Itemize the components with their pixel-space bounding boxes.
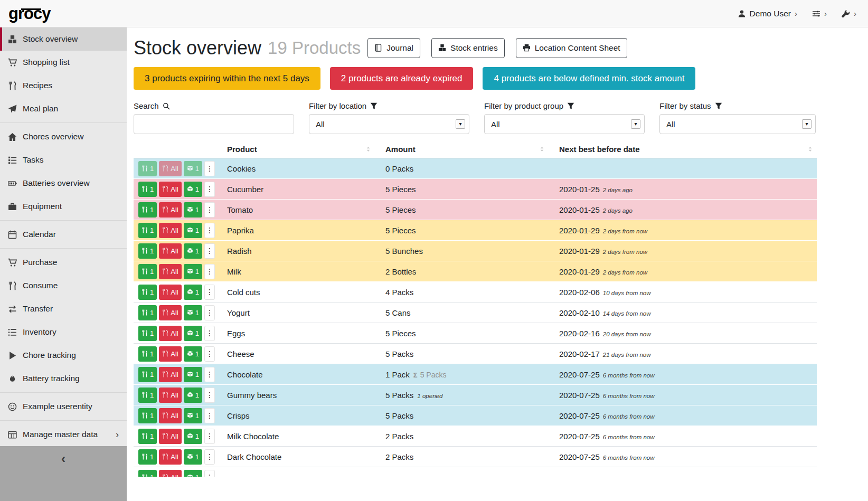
open-one-button[interactable]: 1: [184, 367, 202, 382]
open-one-button[interactable]: 1: [184, 182, 202, 197]
consume-one-button[interactable]: 1: [138, 326, 157, 341]
sidebar-item-stock-overview[interactable]: Stock overview: [0, 27, 127, 51]
consume-all-button[interactable]: All: [159, 305, 181, 320]
consume-all-button[interactable]: All: [159, 408, 181, 423]
sidebar-item-equipment[interactable]: Equipment: [0, 195, 127, 218]
row-menu-button[interactable]: ⋮: [204, 346, 215, 362]
sidebar-item-example-userentity[interactable]: Example userentity: [0, 395, 127, 418]
consume-all-button[interactable]: All: [159, 470, 181, 477]
sidebar-item-shopping-list[interactable]: Shopping list: [0, 51, 127, 74]
consume-one-button[interactable]: 1: [138, 264, 157, 279]
product-group-select[interactable]: All ▾: [484, 114, 645, 134]
consume-all-button[interactable]: All: [159, 367, 181, 382]
consume-all-button[interactable]: All: [159, 429, 181, 444]
banner-expiring-soon[interactable]: 3 products expiring within the next 5 da…: [134, 67, 320, 90]
row-menu-button[interactable]: ⋮: [204, 305, 215, 320]
ui-settings-menu[interactable]: ›: [812, 10, 827, 18]
open-one-button[interactable]: 1: [184, 326, 202, 341]
search-input[interactable]: [134, 114, 294, 134]
journal-button[interactable]: Journal: [367, 38, 420, 58]
open-one-button[interactable]: 1: [184, 305, 202, 320]
date-note: 6 months from now: [603, 455, 655, 461]
consume-all-button[interactable]: All: [159, 202, 181, 218]
sidebar-item-meal-plan[interactable]: Meal plan: [0, 97, 127, 120]
open-one-button[interactable]: 1: [184, 387, 202, 403]
app-logo[interactable]: grocy: [8, 4, 50, 23]
sidebar-item-consume[interactable]: Consume: [0, 274, 127, 297]
column-next-best-before-date[interactable]: Next best before date: [559, 145, 817, 154]
banner-expired[interactable]: 2 products are already expired: [330, 67, 474, 90]
row-menu-button[interactable]: ⋮: [204, 326, 215, 341]
sidebar-item-recipes[interactable]: Recipes: [0, 74, 127, 97]
row-menu-button[interactable]: ⋮: [204, 449, 215, 465]
user-menu[interactable]: Demo User ›: [738, 9, 797, 18]
consume-one-button[interactable]: 1: [138, 161, 157, 176]
consume-all-button[interactable]: All: [159, 223, 181, 238]
sidebar-item-transfer[interactable]: Transfer: [0, 297, 127, 320]
consume-one-button[interactable]: 1: [138, 408, 157, 423]
row-menu-button[interactable]: ⋮: [204, 182, 215, 197]
column-amount[interactable]: Amount: [385, 145, 559, 154]
open-one-button[interactable]: 1: [184, 243, 202, 259]
consume-all-button[interactable]: All: [159, 243, 181, 259]
row-menu-button[interactable]: ⋮: [204, 243, 215, 259]
column-product[interactable]: Product: [227, 145, 385, 154]
consume-one-button[interactable]: 1: [138, 449, 157, 465]
row-menu-button[interactable]: ⋮: [204, 161, 215, 176]
consume-all-button[interactable]: All: [159, 326, 181, 341]
open-one-button[interactable]: 1: [184, 449, 202, 465]
sidebar-item-chores-overview[interactable]: Chores overview: [0, 125, 127, 148]
consume-one-button[interactable]: 1: [138, 429, 157, 444]
row-menu-button[interactable]: ⋮: [204, 429, 215, 444]
status-select[interactable]: All ▾: [659, 114, 816, 134]
consume-one-button[interactable]: 1: [138, 243, 157, 259]
row-menu-button[interactable]: ⋮: [204, 285, 215, 300]
open-one-button[interactable]: 1: [184, 429, 202, 444]
location-content-sheet-button[interactable]: Location Content Sheet: [516, 38, 627, 58]
sidebar-item-batteries-overview[interactable]: Batteries overview: [0, 172, 127, 195]
row-menu-button[interactable]: ⋮: [204, 367, 215, 382]
row-menu-button[interactable]: ⋮: [204, 202, 215, 218]
consume-one-button[interactable]: 1: [138, 182, 157, 197]
consume-one-button[interactable]: 1: [138, 285, 157, 300]
row-menu-button[interactable]: ⋮: [204, 408, 215, 423]
sidebar-item-purchase[interactable]: Purchase: [0, 251, 127, 274]
consume-all-button[interactable]: All: [159, 387, 181, 403]
sidebar-collapse-button[interactable]: ‹: [0, 446, 127, 501]
consume-one-button[interactable]: 1: [138, 367, 157, 382]
consume-all-button[interactable]: All: [159, 449, 181, 465]
consume-one-button[interactable]: 1: [138, 305, 157, 320]
row-menu-button[interactable]: ⋮: [204, 223, 215, 238]
consume-one-button[interactable]: 1: [138, 387, 157, 403]
sidebar-item-chore-tracking[interactable]: Chore tracking: [0, 344, 127, 367]
open-one-button[interactable]: 1: [184, 470, 202, 477]
consume-one-button[interactable]: 1: [138, 202, 157, 218]
sidebar-item-inventory[interactable]: Inventory: [0, 320, 127, 344]
open-one-button[interactable]: 1: [184, 202, 202, 218]
consume-all-button[interactable]: All: [159, 285, 181, 300]
sidebar-item-tasks[interactable]: Tasks: [0, 148, 127, 172]
open-one-button[interactable]: 1: [184, 161, 202, 176]
open-one-button[interactable]: 1: [184, 346, 202, 362]
consume-all-button[interactable]: All: [159, 161, 181, 176]
open-one-button[interactable]: 1: [184, 285, 202, 300]
consume-one-button[interactable]: 1: [138, 346, 157, 362]
consume-all-button[interactable]: All: [159, 264, 181, 279]
consume-all-button[interactable]: All: [159, 182, 181, 197]
open-one-button[interactable]: 1: [184, 264, 202, 279]
consume-all-button[interactable]: All: [159, 346, 181, 362]
row-menu-button[interactable]: ⋮: [204, 264, 215, 279]
sidebar-item-calendar[interactable]: Calendar: [0, 223, 127, 246]
consume-one-button[interactable]: 1: [138, 470, 157, 477]
location-select[interactable]: All ▾: [309, 114, 469, 134]
admin-menu[interactable]: ›: [842, 10, 856, 18]
sidebar-item-manage-master-data[interactable]: Manage master data ›: [0, 423, 127, 446]
banner-below-min-stock[interactable]: 4 products are below defined min. stock …: [483, 67, 695, 90]
stock-entries-button[interactable]: Stock entries: [431, 38, 505, 58]
consume-one-button[interactable]: 1: [138, 223, 157, 238]
row-menu-button[interactable]: ⋮: [204, 470, 215, 477]
sidebar-item-battery-tracking[interactable]: Battery tracking: [0, 367, 127, 390]
open-one-button[interactable]: 1: [184, 408, 202, 423]
row-menu-button[interactable]: ⋮: [204, 387, 215, 403]
open-one-button[interactable]: 1: [184, 223, 202, 238]
